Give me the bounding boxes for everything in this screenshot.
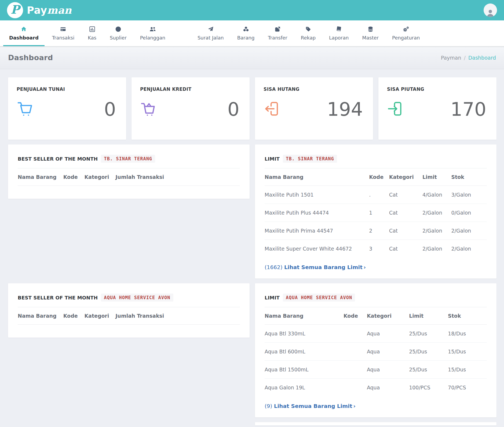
nav-item-barang[interactable]: Barang	[231, 20, 261, 46]
cell-nama: Aqua Btl 600mL	[265, 343, 344, 361]
brand-name[interactable]: Payman	[27, 4, 72, 16]
nav-item-dashboard[interactable]: Dashboard	[3, 20, 45, 46]
limit-panel-1: LIMIT TB. SINAR TERANG Nama Barang Kode …	[255, 144, 496, 278]
cell-stok: 3/Galon	[451, 186, 487, 204]
cell-limit: 25/Dus	[409, 325, 448, 343]
panel-title-text: BEST SELLER OF THE MONTH	[18, 156, 98, 162]
limit-table-1: Nama Barang Kode Kategori Limit Stok Max…	[265, 168, 487, 258]
col-header-stok: Stok	[448, 307, 487, 325]
nav-label: Dashboard	[9, 35, 39, 41]
panel-title-text: LIMIT	[265, 156, 280, 162]
logo-p-icon: P	[10, 4, 19, 16]
panel-title: BEST SELLER OF THE MONTH TB. SINAR TERAN…	[18, 155, 240, 163]
table-row: Aqua Galon 19L Aqua 100/PCS 70/PCS	[265, 379, 487, 397]
panel-row-2: BEST SELLER OF THE MONTH AQUA HOME SERVI…	[8, 283, 496, 417]
nav-item-kas[interactable]: Kas	[82, 20, 102, 46]
nav-item-pelanggan[interactable]: Pelanggan	[134, 20, 171, 46]
breadcrumb-bar: Dashboard Payman / Dashboard	[0, 46, 504, 69]
stat-value: 0	[104, 100, 116, 119]
cell-kode: 2	[369, 222, 389, 240]
bar-chart-icon	[89, 26, 95, 32]
table-row: Maxilite Putih Plus 44474 1 Cat 2/Galon …	[265, 204, 487, 222]
cell-nama: Aqua Btl 330mL	[265, 325, 344, 343]
view-all-limit-link[interactable]: (9) Lihat Semua Barang Limit›	[265, 396, 487, 417]
cell-stok: 18/Dus	[448, 325, 487, 343]
nav-label: Surat Jalan	[198, 35, 224, 41]
table-row: Aqua Btl 330mL Aqua 25/Dus 18/Dus	[265, 325, 487, 343]
life-ring-icon	[115, 26, 121, 32]
cell-kode: .	[369, 186, 389, 204]
cell-nama: Maxilite Putih Plus 44474	[265, 204, 369, 222]
cubes-icon	[243, 26, 249, 32]
nav-item-rekap[interactable]: Rekap	[295, 20, 322, 46]
nav-item-laporan[interactable]: Laporan	[323, 20, 355, 46]
cell-kategori: Aqua	[367, 343, 409, 361]
nav-item-suplier[interactable]: Suplier	[104, 20, 133, 46]
app-logo[interactable]: P	[7, 2, 23, 18]
col-header-limit: Limit	[409, 307, 448, 325]
chevron-right-icon: ›	[363, 264, 366, 270]
nav-item-transaksi[interactable]: Transaksi	[46, 20, 80, 46]
cell-kode	[344, 379, 367, 397]
col-header-kategori: Kategori	[367, 307, 409, 325]
view-all-limit-link[interactable]: (1662) Lihat Semua Barang Limit›	[265, 258, 487, 278]
col-header-nama-barang: Nama Barang	[265, 307, 344, 325]
store-badge: AQUA HOME SERVICE AVON	[283, 294, 355, 302]
credit-card-icon	[60, 26, 66, 32]
users-icon	[149, 26, 156, 32]
cell-kategori: Cat	[389, 186, 422, 204]
store-badge: TB. SINAR TERANG	[101, 155, 155, 163]
panel-title: LIMIT AQUA HOME SERVICE AVON	[265, 294, 487, 302]
cell-kode	[344, 361, 367, 379]
stat-value: 194	[327, 100, 363, 119]
cell-stok: 15/Dus	[448, 361, 487, 379]
cell-nama: Maxilite Putih Prima 44547	[265, 222, 369, 240]
table-row: Aqua Btl 1500mL Aqua 25/Dus 15/Dus	[265, 361, 487, 379]
col-header-nama-barang: Nama Barang	[18, 168, 63, 186]
cell-kode	[344, 325, 367, 343]
cell-kategori: Aqua	[367, 379, 409, 397]
col-header-jumlah-transaksi: Jumlah Transaksi	[115, 307, 240, 325]
home-icon	[21, 26, 27, 32]
cell-kategori: Aqua	[367, 361, 409, 379]
col-header-kode: Kode	[63, 307, 85, 325]
cell-limit: 2/Galon	[422, 204, 451, 222]
panel-title: LIMIT TB. SINAR TERANG	[265, 155, 487, 163]
book-icon	[336, 26, 342, 32]
cell-kategori: Aqua	[367, 325, 409, 343]
cell-kode: 3	[369, 240, 389, 258]
nav-label: Pengaturan	[392, 35, 420, 41]
breadcrumb-separator: /	[464, 55, 466, 61]
user-avatar[interactable]	[484, 3, 497, 17]
share-icon	[275, 26, 280, 32]
col-header-kode: Kode	[344, 307, 367, 325]
col-header-kategori: Kategori	[84, 307, 115, 325]
nav-item-pengaturan[interactable]: Pengaturan	[386, 20, 426, 46]
breadcrumb-root[interactable]: Payman	[441, 55, 461, 61]
nav-label: Transfer	[268, 35, 287, 41]
stat-label: SISA HUTANG	[264, 86, 363, 92]
person-icon	[486, 8, 495, 17]
database-icon	[368, 26, 373, 32]
best-seller-table-2: Nama Barang Kode Kategori Jumlah Transak…	[18, 307, 240, 325]
nav-item-master[interactable]: Master	[356, 20, 384, 46]
tag-icon	[305, 26, 311, 32]
stat-cards-row: PENJUALAN TUNAI 0 PENJUALAN KREDIT	[8, 77, 496, 140]
col-header-kode: Kode	[63, 168, 85, 186]
nav-item-surat-jalan[interactable]: Surat Jalan	[192, 20, 230, 46]
nav-item-transfer[interactable]: Transfer	[262, 20, 293, 46]
stat-card-sisa-hutang: SISA HUTANG 194	[255, 77, 373, 140]
store-badge: TB. SINAR TERANG	[283, 155, 337, 163]
table-row: Aqua Btl 600mL Aqua 25/Dus 15/Dus	[265, 343, 487, 361]
shopping-basket-icon	[140, 100, 157, 118]
panel-title-text: LIMIT	[265, 295, 280, 301]
col-header-jumlah-transaksi: Jumlah Transaksi	[115, 168, 240, 186]
link-label: Lihat Semua Barang Limit	[284, 264, 363, 270]
stat-card-penjualan-kredit: PENJUALAN KREDIT 0	[132, 77, 250, 140]
cell-limit: 2/Galon	[422, 222, 451, 240]
store-badge: AQUA HOME SERVICE AVON	[101, 294, 173, 302]
cell-kategori: Cat	[389, 222, 422, 240]
link-label: Lihat Semua Barang Limit	[274, 403, 352, 409]
best-seller-panel-2: BEST SELLER OF THE MONTH AQUA HOME SERVI…	[8, 283, 250, 338]
main-content: PENJUALAN TUNAI 0 PENJUALAN KREDIT	[0, 69, 504, 425]
